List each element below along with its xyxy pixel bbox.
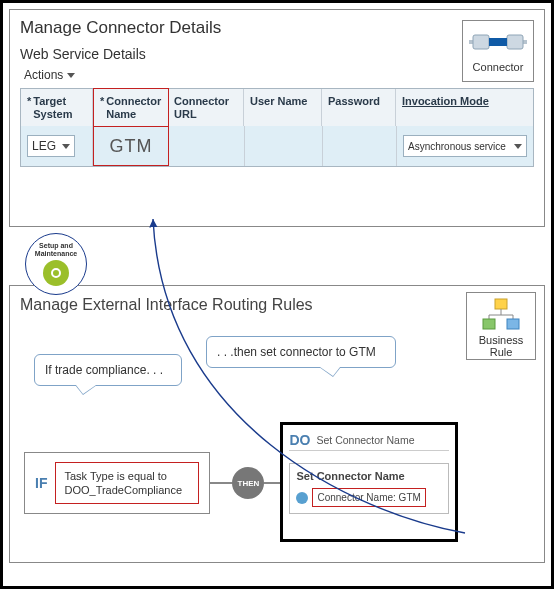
svg-rect-4 <box>495 299 507 309</box>
set-title: Set Connector Name <box>296 470 442 482</box>
actions-label: Actions <box>24 68 63 82</box>
chevron-down-icon <box>67 73 75 78</box>
svg-rect-9 <box>483 319 495 329</box>
do-block: DO Set Connector Name Set Connector Name… <box>280 422 458 542</box>
do-label: DO <box>289 432 310 448</box>
connector-details-panel: Manage Connector Details Web Service Det… <box>9 9 545 227</box>
page-title: Manage Connector Details <box>20 18 534 38</box>
svg-rect-1 <box>473 35 489 49</box>
callout-if: If trade compliance. . . <box>34 354 182 386</box>
flow-line <box>264 482 280 484</box>
section-subtitle: Web Service Details <box>20 46 534 62</box>
actions-menu[interactable]: Actions <box>24 68 534 82</box>
table-row: LEG GTM Asynchronous service <box>21 126 533 166</box>
hierarchy-icon <box>481 297 521 333</box>
callout-then: . . .then set connector to GTM <box>206 336 396 368</box>
flow-line <box>210 482 232 484</box>
th-password[interactable]: Password <box>322 89 396 126</box>
condition-box: Task Type is equal to DOO_TradeComplianc… <box>55 462 199 505</box>
td-connector-name[interactable]: GTM <box>93 126 169 166</box>
rules-title: Manage External Interface Routing Rules <box>20 296 534 314</box>
svg-rect-3 <box>489 38 507 46</box>
do-header: DO Set Connector Name <box>289 429 449 451</box>
if-label: IF <box>35 475 47 491</box>
setup-maintenance-badge: Setup and Maintenance <box>25 233 87 295</box>
gear-icon <box>296 492 308 504</box>
td-password[interactable] <box>323 126 397 166</box>
gear-icon <box>43 260 69 286</box>
connector-icon-box: Connector <box>462 20 534 82</box>
connector-table: * Target System * Connector Name Connect… <box>20 88 534 167</box>
th-connector-name[interactable]: * Connector Name <box>93 88 169 127</box>
invocation-mode-select[interactable]: Asynchronous service <box>403 135 527 157</box>
table-header-row: * Target System * Connector Name Connect… <box>21 89 533 126</box>
svg-rect-10 <box>507 319 519 329</box>
routing-rules-panel: Manage External Interface Routing Rules … <box>9 285 545 563</box>
th-invocation-mode[interactable]: Invocation Mode <box>396 89 533 126</box>
th-target-system[interactable]: * Target System <box>21 89 93 126</box>
set-connector-box: Set Connector Name Connector Name: GTM <box>289 463 449 514</box>
do-subtitle: Set Connector Name <box>316 434 414 446</box>
svg-rect-2 <box>507 35 523 49</box>
business-rule-icon-box: Business Rule <box>466 292 536 360</box>
chevron-down-icon <box>62 144 70 149</box>
connector-icon <box>467 25 529 59</box>
rule-flow: IF Task Type is equal to DOO_TradeCompli… <box>24 424 534 542</box>
if-block: IF Task Type is equal to DOO_TradeCompli… <box>24 452 210 514</box>
connector-name-value: Connector Name: GTM <box>312 488 425 507</box>
td-target-system: LEG <box>21 126 93 166</box>
mid-connector-area: Setup and Maintenance <box>9 227 545 285</box>
then-badge: THEN <box>232 467 264 499</box>
td-invocation-mode: Asynchronous service <box>397 126 533 166</box>
chevron-down-icon <box>514 144 522 149</box>
th-user-name[interactable]: User Name <box>244 89 322 126</box>
business-rule-label: Business Rule <box>467 335 535 358</box>
td-user-name[interactable] <box>245 126 323 166</box>
connector-icon-label: Connector <box>463 61 533 73</box>
setup-label: Setup and Maintenance <box>26 242 86 257</box>
target-system-select[interactable]: LEG <box>27 135 75 157</box>
td-connector-url[interactable] <box>169 126 245 166</box>
th-connector-url[interactable]: Connector URL <box>168 89 244 126</box>
